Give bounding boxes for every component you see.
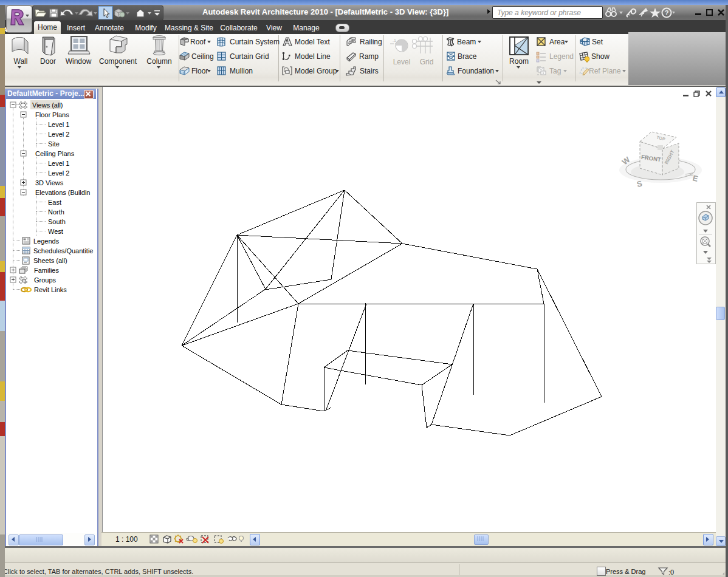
svg-text:?: ? [665,9,669,16]
svg-text:.1: .1 [393,38,396,43]
